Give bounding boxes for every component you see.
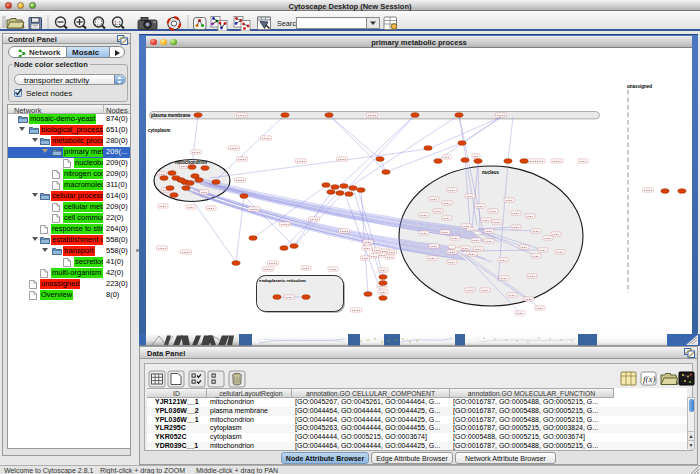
svg-text:nucleus: nucleus xyxy=(482,170,500,175)
svg-text:plasma membrane: plasma membrane xyxy=(151,113,191,118)
svg-text:cytoplasm: cytoplasm xyxy=(148,128,170,133)
svg-text:f(x): f(x) xyxy=(643,374,656,384)
svg-text:1:1: 1:1 xyxy=(114,20,121,26)
svg-text:mitochondrion: mitochondrion xyxy=(175,160,207,165)
svg-text:unassigned: unassigned xyxy=(627,84,652,89)
svg-text:endoplasmic reticulum: endoplasmic reticulum xyxy=(259,278,306,283)
